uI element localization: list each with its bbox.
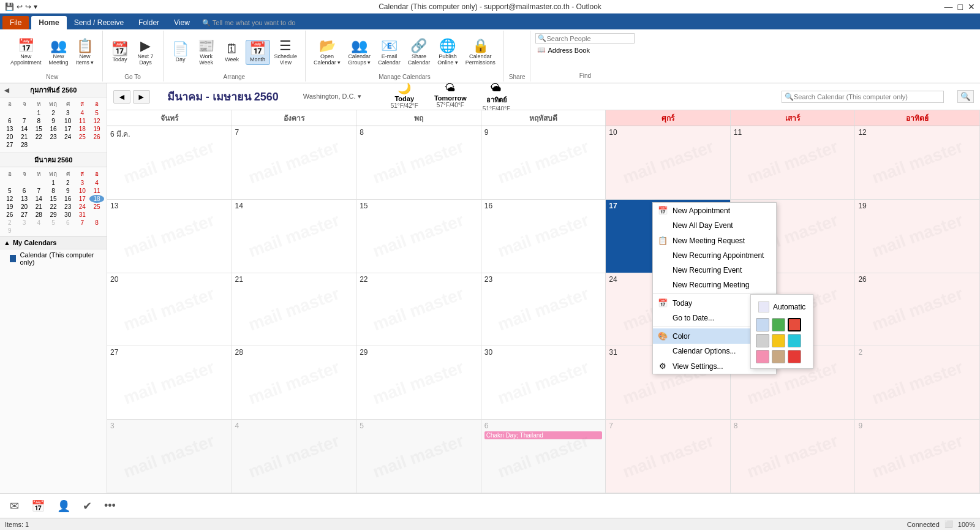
chakri-day-event[interactable]: Chakri Day; Thailand [484, 431, 603, 439]
mini-cal-day[interactable]: 18 [75, 125, 90, 133]
mini-cal-day[interactable]: 6 [17, 187, 32, 195]
ctx-new-recurring-meeting[interactable]: New Recurring Meeting [653, 278, 776, 292]
color-swatch-green[interactable] [772, 318, 785, 331]
mini-cal-day[interactable]: 13 [17, 195, 32, 203]
today-button[interactable]: 📆 Today [108, 40, 132, 64]
mini-cal-day[interactable]: 14 [17, 125, 32, 133]
tab-send-receive[interactable]: Send / Receive [67, 16, 131, 29]
color-swatch-lightblue[interactable] [756, 318, 769, 331]
workweek-view-button[interactable]: 📰 WorkWeek [194, 37, 219, 67]
search-people-input[interactable] [546, 35, 632, 42]
cal-cell-mar30[interactable]: mail master 30 [481, 346, 606, 420]
mini-cal-day[interactable]: 7 [17, 117, 32, 125]
tab-home[interactable]: Home [31, 16, 66, 29]
cal-cell-mar29[interactable]: mail master 29 [356, 346, 481, 420]
mini-cal-day[interactable]: 27 [2, 141, 17, 149]
cal-cell-mar12[interactable]: mail master 12 [855, 126, 980, 200]
mini-cal-day[interactable]: 9 [2, 227, 17, 235]
mini-cal-day[interactable]: 6 [2, 117, 17, 125]
cal-cell-mar6[interactable]: mail master 6 มี.ค. [107, 126, 232, 200]
mini-cal-day[interactable]: 2 [46, 109, 61, 117]
mini-cal-day[interactable]: 2 [2, 219, 17, 227]
color-swatch-orangered[interactable] [788, 318, 801, 331]
mini-cal-day[interactable]: 9 [46, 117, 61, 125]
customize-icon[interactable]: ▾ [34, 2, 37, 11]
mini-cal-day[interactable]: 11 [75, 117, 90, 125]
mini-cal-day[interactable]: 27 [17, 211, 32, 219]
tell-me-input[interactable]: 🔍 Tell me what you want to do [202, 19, 296, 29]
mini-cal-day[interactable]: 7 [31, 187, 46, 195]
mini-cal-day[interactable]: 3 [75, 179, 90, 187]
mini-cal-day[interactable]: 2 [61, 179, 75, 187]
color-swatch-red[interactable] [788, 350, 801, 363]
cal-cell-mar14[interactable]: mail master 14 [232, 200, 357, 273]
cal-cell-mar9[interactable]: mail master 9 [481, 126, 606, 200]
calendar-checkbox[interactable] [10, 255, 16, 262]
undo-icon[interactable]: ↩ [17, 2, 23, 11]
mini-cal-day[interactable]: 20 [2, 133, 17, 141]
close-btn[interactable]: ✕ [968, 2, 975, 12]
new-items-button[interactable]: 📋 NewItems ▾ [73, 37, 97, 67]
cal-cell-mar26[interactable]: mail master 26 [855, 273, 980, 347]
mini-cal-day[interactable] [89, 141, 104, 149]
mini-cal-day[interactable]: 4 [31, 219, 46, 227]
cal-cell-mar28[interactable]: mail master 28 [232, 346, 357, 420]
mini-cal-day[interactable] [31, 179, 46, 187]
mini-cal-day[interactable]: 3 [61, 109, 75, 117]
new-appointment-button[interactable]: 📅 NewAppointment [7, 37, 45, 67]
week-view-button[interactable]: 🗓 Week [220, 40, 244, 64]
ctx-new-appointment[interactable]: 📅 New Appointment [653, 203, 776, 218]
cal-cell-mar20[interactable]: mail master 20 [107, 273, 232, 347]
color-auto-option[interactable]: Automatic [756, 300, 808, 314]
publish-online-button[interactable]: 🌐 PublishOnline ▾ [434, 37, 461, 67]
mini-cal-day[interactable] [2, 179, 17, 187]
mini-cal-day[interactable]: 3 [17, 219, 32, 227]
mini-cal-day[interactable]: 22 [31, 133, 46, 141]
calendar-item[interactable]: Calendar (This computer only) [0, 249, 107, 268]
cal-cell-apr3[interactable]: mail master 3 [107, 420, 232, 493]
email-calendar-button[interactable]: 📧 E-mailCalendar [375, 37, 404, 67]
mini-cal-day[interactable]: 7 [75, 219, 90, 227]
mini-cal-day[interactable]: 10 [61, 117, 75, 125]
mini-cal-day[interactable]: 11 [89, 187, 104, 195]
next-period-button[interactable]: ► [133, 90, 150, 104]
cal-cell-mar23[interactable]: mail master 23 [481, 273, 606, 347]
cal-cell-apr7[interactable]: mail master 7 [606, 420, 731, 493]
cal-cell-apr2[interactable]: mail master 2 [855, 346, 980, 420]
mini-cal-day[interactable]: 26 [2, 211, 17, 219]
cal-cell-mar11[interactable]: mail master 11 [731, 126, 856, 200]
mini-cal-day[interactable]: 18 [89, 195, 104, 203]
prev-period-button[interactable]: ◄ [113, 90, 130, 104]
mini-cal-day[interactable]: 8 [31, 117, 46, 125]
mini-cal-day[interactable] [89, 211, 104, 219]
mini-cal-day[interactable]: 1 [31, 109, 46, 117]
cal-cell-apr5[interactable]: mail master 5 [356, 420, 481, 493]
mini-cal-day[interactable]: 17 [61, 125, 75, 133]
redo-icon[interactable]: ↪ [25, 2, 31, 11]
cal-cell-mar27[interactable]: mail master 27 [107, 346, 232, 420]
mini-cal-day[interactable]: 21 [17, 133, 32, 141]
ctx-new-all-day-event[interactable]: New All Day Event [653, 218, 776, 233]
mini-cal-day[interactable]: 28 [31, 211, 46, 219]
schedule-view-button[interactable]: ☰ ScheduleView [271, 37, 301, 67]
mini-cal-day[interactable]: 12 [2, 195, 17, 203]
cal-cell-apr9[interactable]: mail master 9 [855, 420, 980, 493]
open-calendar-button[interactable]: 📂 OpenCalendar ▾ [311, 37, 344, 67]
address-book-button[interactable]: 📖 Address Book [535, 45, 635, 55]
cal-cell-mar16[interactable]: mail master 16 [481, 200, 606, 273]
mini-cal-day[interactable]: 16 [61, 195, 75, 203]
cal-cell-mar13[interactable]: mail master 13 [107, 200, 232, 273]
mini-cal-day[interactable]: 31 [75, 211, 90, 219]
mini-cal-day[interactable]: 12 [89, 117, 104, 125]
mini-cal-day[interactable]: 19 [89, 125, 104, 133]
ctx-new-recurring-appointment[interactable]: New Recurring Appointment [653, 248, 776, 263]
mini-cal-day[interactable] [31, 141, 46, 149]
mini-cal-day[interactable]: 24 [75, 203, 90, 211]
search-button[interactable]: 🔍 [957, 90, 974, 103]
mini-cal-day[interactable] [61, 141, 75, 149]
mini-cal-day[interactable]: 21 [31, 203, 46, 211]
mini-cal-day[interactable]: 22 [46, 203, 61, 211]
cal-cell-mar10[interactable]: mail master 10 [606, 126, 731, 200]
cal-permissions-button[interactable]: 🔒 CalendarPermissions [462, 37, 499, 67]
mini-cal-day[interactable]: 8 [89, 219, 104, 227]
